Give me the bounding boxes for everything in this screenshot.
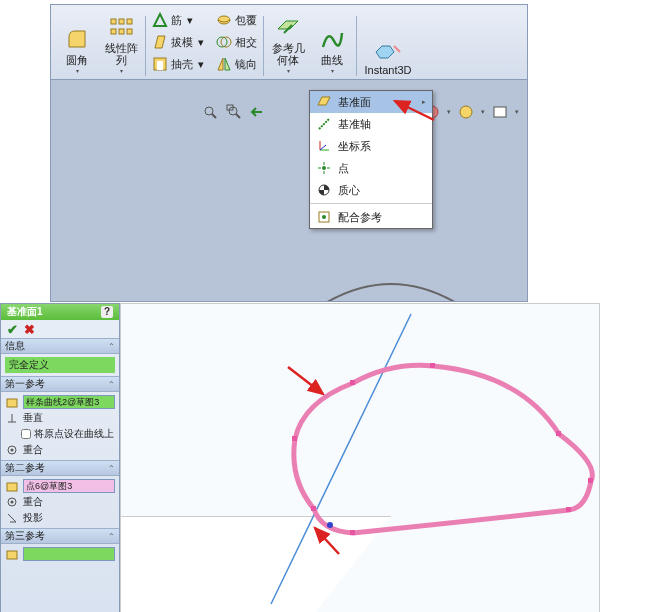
first-reference-header: 第一参考 (5, 377, 45, 391)
mirror-button[interactable]: 镜向 (212, 54, 261, 74)
help-icon[interactable]: ? (101, 306, 113, 318)
arc-sketch (251, 249, 528, 302)
menu-item-plane[interactable]: 基准面 ▸ (310, 91, 432, 113)
viewport-3d[interactable] (120, 303, 600, 612)
svg-rect-39 (7, 483, 17, 491)
fillet-icon (64, 26, 90, 52)
plane-icon (316, 94, 332, 110)
svg-rect-34 (7, 399, 17, 407)
screenshot-top: 圆角 ▾ 线性阵 列 ▾ 筋 ▾ 拔模 ▾ (50, 4, 528, 302)
info-header: 信息 (5, 339, 25, 353)
svg-rect-50 (350, 530, 355, 535)
display-style-icon[interactable] (491, 103, 509, 121)
reference-geometry-icon (275, 14, 301, 40)
svg-rect-2 (127, 19, 132, 24)
svg-rect-48 (588, 478, 593, 483)
intersect-point (327, 522, 333, 528)
third-reference-field[interactable] (23, 547, 115, 561)
svg-line-13 (212, 114, 216, 118)
menu-item-coordsys[interactable]: 坐标系 (310, 135, 432, 157)
linear-pattern-button[interactable]: 线性阵 列 ▾ (99, 8, 143, 76)
first-reference-field[interactable]: 样条曲线2@草图3 (23, 395, 115, 409)
zoom-area-icon[interactable] (225, 103, 243, 121)
chevron-down-icon[interactable]: ▾ (447, 108, 451, 116)
prev-view-icon[interactable] (249, 103, 267, 121)
chevron-down-icon: ▾ (287, 68, 290, 74)
materef-icon (316, 209, 332, 225)
menu-item-materef[interactable]: 配合参考 (310, 206, 432, 228)
menu-item-point[interactable]: 点 (310, 157, 432, 179)
project-icon (5, 511, 19, 525)
property-panel: 基准面1 ? ✔ ✖ 信息⌃ 完全定义 第一参考⌃ 样条曲线2@草图3 垂直 将… (0, 303, 120, 612)
intersect-icon (216, 34, 232, 50)
coincident-label-2[interactable]: 重合 (23, 495, 43, 509)
origin-on-curve-checkbox[interactable] (21, 429, 31, 439)
svg-line-15 (236, 114, 240, 118)
chevron-down-icon: ▾ (198, 58, 204, 71)
svg-point-19 (460, 106, 472, 118)
svg-point-12 (205, 107, 213, 115)
svg-rect-7 (157, 61, 163, 70)
svg-point-25 (322, 166, 326, 170)
coordsys-icon (316, 138, 332, 154)
draft-button[interactable]: 拔模 ▾ (148, 32, 208, 52)
svg-point-38 (11, 449, 14, 452)
ribbon-toolbar: 圆角 ▾ 线性阵 列 ▾ 筋 ▾ 拔模 ▾ (51, 5, 527, 80)
collapse-icon[interactable]: ⌃ (108, 380, 115, 389)
collapse-icon[interactable]: ⌃ (108, 532, 115, 541)
svg-rect-20 (494, 107, 506, 117)
scene-icon[interactable] (457, 103, 475, 121)
chevron-down-icon: ▾ (120, 68, 123, 74)
svg-rect-45 (350, 380, 355, 385)
cancel-button[interactable]: ✖ (24, 322, 35, 337)
panel-title: 基准面1 ? (1, 304, 119, 320)
zoom-fit-icon[interactable] (201, 103, 219, 121)
wrap-button[interactable]: 包覆 (212, 10, 261, 30)
chevron-down-icon[interactable]: ▾ (481, 108, 485, 116)
selection-icon (5, 547, 19, 561)
coincident-label[interactable]: 重合 (23, 443, 43, 457)
reference-geometry-menu: 基准面 ▸ 基准轴 坐标系 点 质心 配合参考 (309, 90, 433, 229)
svg-point-41 (11, 501, 14, 504)
svg-line-42 (8, 514, 16, 522)
point-icon (316, 160, 332, 176)
status-fully-defined: 完全定义 (5, 357, 115, 373)
chevron-down-icon: ▾ (331, 68, 334, 74)
svg-rect-52 (292, 436, 297, 441)
view-right-toolbar: ▾ ▾ ▾ (423, 103, 519, 121)
rib-button[interactable]: 筋 ▾ (148, 10, 208, 30)
axis-icon (316, 116, 332, 132)
view-quick-toolbar (201, 103, 267, 121)
menu-item-centermass[interactable]: 质心 (310, 179, 432, 201)
curves-icon (319, 26, 345, 52)
linear-pattern-icon (108, 14, 134, 40)
screenshot-bottom: 基准面1 ? ✔ ✖ 信息⌃ 完全定义 第一参考⌃ 样条曲线2@草图3 垂直 将… (0, 303, 600, 612)
svg-point-8 (218, 16, 230, 24)
svg-rect-49 (566, 507, 571, 512)
svg-rect-46 (430, 363, 435, 368)
instant3d-icon (374, 42, 402, 64)
shell-icon (152, 56, 168, 72)
shell-button[interactable]: 抽壳 ▾ (148, 54, 208, 74)
spline-curve (294, 365, 592, 533)
perpendicular-label[interactable]: 垂直 (23, 411, 43, 425)
svg-line-21 (319, 119, 329, 129)
ok-button[interactable]: ✔ (7, 322, 18, 337)
curves-button[interactable]: 曲线 ▾ (310, 8, 354, 76)
project-label[interactable]: 投影 (23, 511, 43, 525)
selection-icon (5, 479, 19, 493)
instant3d-button[interactable]: Instant3D (359, 34, 417, 76)
reference-geometry-button[interactable]: 参考几 何体 ▾ (266, 8, 310, 76)
coincident-icon (5, 443, 19, 457)
svg-rect-0 (111, 19, 116, 24)
intersect-button[interactable]: 相交 (212, 32, 261, 52)
draft-icon (152, 34, 168, 50)
fillet-button[interactable]: 圆角 ▾ (55, 8, 99, 76)
second-reference-field[interactable]: 点6@草图3 (23, 479, 115, 493)
second-reference-header: 第二参考 (5, 461, 45, 475)
svg-line-24 (320, 145, 326, 150)
collapse-icon[interactable]: ⌃ (108, 464, 115, 473)
collapse-icon[interactable]: ⌃ (108, 342, 115, 351)
chevron-down-icon[interactable]: ▾ (515, 108, 519, 116)
menu-item-axis[interactable]: 基准轴 (310, 113, 432, 135)
